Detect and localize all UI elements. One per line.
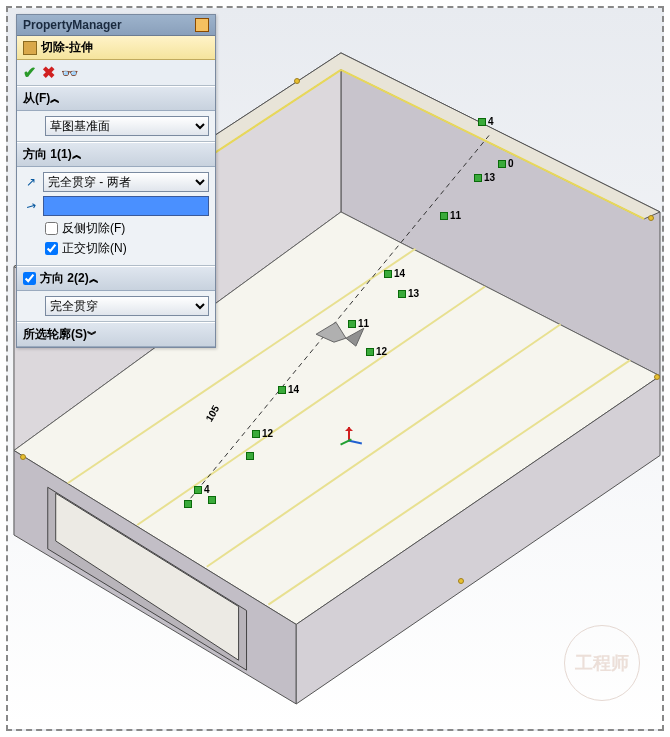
sketch-handle[interactable] <box>366 348 374 356</box>
sketch-handle[interactable] <box>384 270 392 278</box>
sketch-handle[interactable] <box>278 386 286 394</box>
handle-label: 14 <box>288 384 299 395</box>
handle-label: 11 <box>450 210 461 221</box>
chevron-up-icon: ︽ <box>89 272 99 286</box>
sketch-handle[interactable] <box>478 118 486 126</box>
flip-side-input[interactable] <box>45 222 58 235</box>
group-body-from: 草图基准面 <box>17 111 215 142</box>
feature-title-bar: 切除-拉伸 <box>17 36 215 60</box>
normal-cut-checkbox[interactable]: 正交切除(N) <box>45 240 209 257</box>
handle-label: 13 <box>408 288 419 299</box>
sketch-handle[interactable] <box>398 290 406 298</box>
handle-label: 12 <box>262 428 273 439</box>
dir2-end-condition-select[interactable]: 完全贯穿 <box>45 296 209 316</box>
sketch-handle[interactable] <box>440 212 448 220</box>
dir1-end-condition-select[interactable]: 完全贯穿 - 两者 <box>43 172 209 192</box>
flip-side-checkbox[interactable]: 反侧切除(F) <box>45 220 209 237</box>
sketch-handle[interactable] <box>184 500 192 508</box>
origin-triad <box>338 433 364 459</box>
ok-button[interactable]: ✔ <box>23 63 36 82</box>
sketch-handle[interactable] <box>252 430 260 438</box>
handle-label: 4 <box>488 116 494 127</box>
direction-vector-icon[interactable]: ↗ <box>20 195 42 217</box>
handle-label: 4 <box>204 484 210 495</box>
feature-title: 切除-拉伸 <box>41 39 93 56</box>
dir2-enable-checkbox[interactable] <box>23 272 36 285</box>
chevron-down-icon: ︾ <box>87 328 97 342</box>
chevron-up-icon: ︽ <box>50 92 60 106</box>
direction-vector-field[interactable] <box>43 196 209 216</box>
pin-icon[interactable] <box>195 18 209 32</box>
pm-title: PropertyManager <box>23 18 122 32</box>
watermark: 工程师 <box>564 625 640 701</box>
detailed-preview-button[interactable]: 👓 <box>61 65 78 81</box>
sketch-handle[interactable] <box>498 160 506 168</box>
group-header-from[interactable]: 从(F) ︽ <box>17 86 215 111</box>
group-body-dir1: ↗ 完全贯穿 - 两者 ↗ 反侧切除(F) 正交切除(N) <box>17 167 215 266</box>
handle-label: 0 <box>508 158 514 169</box>
group-header-dir2[interactable]: 方向 2(2) ︽ <box>17 266 215 291</box>
from-condition-select[interactable]: 草图基准面 <box>45 116 209 136</box>
property-manager-panel: PropertyManager 切除-拉伸 ✔ ✖ 👓 从(F) ︽ 草图基准面 <box>16 14 216 348</box>
sketch-handle[interactable] <box>474 174 482 182</box>
sketch-handle[interactable] <box>208 496 216 504</box>
normal-cut-input[interactable] <box>45 242 58 255</box>
viewport: 105 4013111413111214124 工程师 PropertyMana… <box>6 6 664 731</box>
sketch-handle[interactable] <box>348 320 356 328</box>
sketch-handle[interactable] <box>246 452 254 460</box>
group-header-dir1[interactable]: 方向 1(1) ︽ <box>17 142 215 167</box>
handle-label: 14 <box>394 268 405 279</box>
reverse-direction-icon[interactable]: ↗ <box>23 174 39 190</box>
handle-label: 11 <box>358 318 369 329</box>
handle-label: 12 <box>376 346 387 357</box>
confirm-row: ✔ ✖ 👓 <box>17 60 215 86</box>
cancel-button[interactable]: ✖ <box>42 63 55 82</box>
sketch-handle[interactable] <box>194 486 202 494</box>
group-body-dir2: 完全贯穿 <box>17 291 215 322</box>
chevron-up-icon: ︽ <box>72 148 82 162</box>
cut-extrude-icon <box>23 41 37 55</box>
pm-titlebar: PropertyManager <box>17 15 215 36</box>
handle-label: 13 <box>484 172 495 183</box>
group-header-contours[interactable]: 所选轮廓(S) ︾ <box>17 322 215 347</box>
